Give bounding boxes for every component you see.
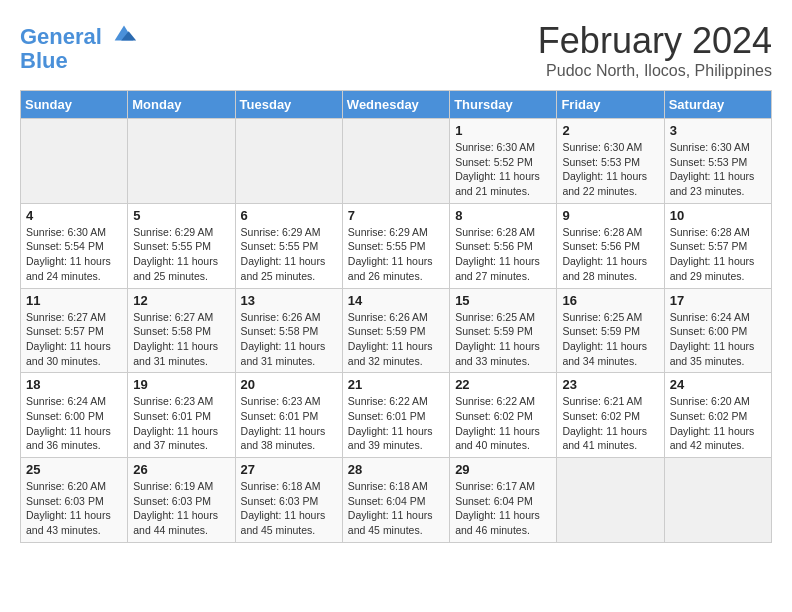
day-number: 14 <box>348 293 444 308</box>
day-number: 1 <box>455 123 551 138</box>
week-row-4: 18Sunrise: 6:24 AM Sunset: 6:00 PM Dayli… <box>21 373 772 458</box>
day-number: 24 <box>670 377 766 392</box>
day-detail: Sunrise: 6:28 AM Sunset: 5:57 PM Dayligh… <box>670 225 766 284</box>
day-detail: Sunrise: 6:30 AM Sunset: 5:52 PM Dayligh… <box>455 140 551 199</box>
weekday-saturday: Saturday <box>664 91 771 119</box>
calendar-cell: 17Sunrise: 6:24 AM Sunset: 6:00 PM Dayli… <box>664 288 771 373</box>
title-section: February 2024 Pudoc North, Ilocos, Phili… <box>538 20 772 80</box>
calendar-cell: 4Sunrise: 6:30 AM Sunset: 5:54 PM Daylig… <box>21 203 128 288</box>
calendar-cell: 15Sunrise: 6:25 AM Sunset: 5:59 PM Dayli… <box>450 288 557 373</box>
calendar-cell: 1Sunrise: 6:30 AM Sunset: 5:52 PM Daylig… <box>450 119 557 204</box>
day-number: 4 <box>26 208 122 223</box>
calendar-cell: 18Sunrise: 6:24 AM Sunset: 6:00 PM Dayli… <box>21 373 128 458</box>
month-title: February 2024 <box>538 20 772 62</box>
calendar-cell: 2Sunrise: 6:30 AM Sunset: 5:53 PM Daylig… <box>557 119 664 204</box>
day-detail: Sunrise: 6:23 AM Sunset: 6:01 PM Dayligh… <box>133 394 229 453</box>
weekday-sunday: Sunday <box>21 91 128 119</box>
calendar-cell: 24Sunrise: 6:20 AM Sunset: 6:02 PM Dayli… <box>664 373 771 458</box>
day-number: 27 <box>241 462 337 477</box>
calendar-cell <box>664 458 771 543</box>
day-number: 28 <box>348 462 444 477</box>
weekday-monday: Monday <box>128 91 235 119</box>
calendar-cell: 11Sunrise: 6:27 AM Sunset: 5:57 PM Dayli… <box>21 288 128 373</box>
logo: General Blue <box>20 25 138 73</box>
day-number: 20 <box>241 377 337 392</box>
day-detail: Sunrise: 6:29 AM Sunset: 5:55 PM Dayligh… <box>241 225 337 284</box>
day-number: 23 <box>562 377 658 392</box>
calendar-cell: 25Sunrise: 6:20 AM Sunset: 6:03 PM Dayli… <box>21 458 128 543</box>
day-detail: Sunrise: 6:24 AM Sunset: 6:00 PM Dayligh… <box>26 394 122 453</box>
day-detail: Sunrise: 6:20 AM Sunset: 6:03 PM Dayligh… <box>26 479 122 538</box>
day-detail: Sunrise: 6:25 AM Sunset: 5:59 PM Dayligh… <box>562 310 658 369</box>
weekday-thursday: Thursday <box>450 91 557 119</box>
calendar-cell: 28Sunrise: 6:18 AM Sunset: 6:04 PM Dayli… <box>342 458 449 543</box>
day-detail: Sunrise: 6:30 AM Sunset: 5:53 PM Dayligh… <box>562 140 658 199</box>
day-detail: Sunrise: 6:22 AM Sunset: 6:01 PM Dayligh… <box>348 394 444 453</box>
week-row-3: 11Sunrise: 6:27 AM Sunset: 5:57 PM Dayli… <box>21 288 772 373</box>
weekday-wednesday: Wednesday <box>342 91 449 119</box>
calendar-cell: 19Sunrise: 6:23 AM Sunset: 6:01 PM Dayli… <box>128 373 235 458</box>
day-number: 19 <box>133 377 229 392</box>
weekday-friday: Friday <box>557 91 664 119</box>
day-number: 17 <box>670 293 766 308</box>
calendar-cell: 3Sunrise: 6:30 AM Sunset: 5:53 PM Daylig… <box>664 119 771 204</box>
calendar-cell <box>342 119 449 204</box>
week-row-2: 4Sunrise: 6:30 AM Sunset: 5:54 PM Daylig… <box>21 203 772 288</box>
day-number: 13 <box>241 293 337 308</box>
calendar-cell: 8Sunrise: 6:28 AM Sunset: 5:56 PM Daylig… <box>450 203 557 288</box>
weekday-tuesday: Tuesday <box>235 91 342 119</box>
day-number: 16 <box>562 293 658 308</box>
day-number: 12 <box>133 293 229 308</box>
day-detail: Sunrise: 6:26 AM Sunset: 5:59 PM Dayligh… <box>348 310 444 369</box>
day-detail: Sunrise: 6:27 AM Sunset: 5:57 PM Dayligh… <box>26 310 122 369</box>
calendar-cell: 9Sunrise: 6:28 AM Sunset: 5:56 PM Daylig… <box>557 203 664 288</box>
day-number: 10 <box>670 208 766 223</box>
day-detail: Sunrise: 6:25 AM Sunset: 5:59 PM Dayligh… <box>455 310 551 369</box>
day-detail: Sunrise: 6:18 AM Sunset: 6:03 PM Dayligh… <box>241 479 337 538</box>
calendar-cell: 16Sunrise: 6:25 AM Sunset: 5:59 PM Dayli… <box>557 288 664 373</box>
calendar-cell <box>21 119 128 204</box>
day-number: 15 <box>455 293 551 308</box>
day-detail: Sunrise: 6:17 AM Sunset: 6:04 PM Dayligh… <box>455 479 551 538</box>
calendar-table: SundayMondayTuesdayWednesdayThursdayFrid… <box>20 90 772 543</box>
day-detail: Sunrise: 6:30 AM Sunset: 5:53 PM Dayligh… <box>670 140 766 199</box>
calendar-cell: 12Sunrise: 6:27 AM Sunset: 5:58 PM Dayli… <box>128 288 235 373</box>
calendar-cell: 7Sunrise: 6:29 AM Sunset: 5:55 PM Daylig… <box>342 203 449 288</box>
day-detail: Sunrise: 6:22 AM Sunset: 6:02 PM Dayligh… <box>455 394 551 453</box>
day-detail: Sunrise: 6:29 AM Sunset: 5:55 PM Dayligh… <box>133 225 229 284</box>
day-detail: Sunrise: 6:29 AM Sunset: 5:55 PM Dayligh… <box>348 225 444 284</box>
day-number: 22 <box>455 377 551 392</box>
calendar-cell <box>128 119 235 204</box>
day-detail: Sunrise: 6:28 AM Sunset: 5:56 PM Dayligh… <box>562 225 658 284</box>
day-number: 2 <box>562 123 658 138</box>
week-row-5: 25Sunrise: 6:20 AM Sunset: 6:03 PM Dayli… <box>21 458 772 543</box>
day-detail: Sunrise: 6:23 AM Sunset: 6:01 PM Dayligh… <box>241 394 337 453</box>
day-number: 5 <box>133 208 229 223</box>
day-detail: Sunrise: 6:24 AM Sunset: 6:00 PM Dayligh… <box>670 310 766 369</box>
day-number: 21 <box>348 377 444 392</box>
day-number: 3 <box>670 123 766 138</box>
weekday-header-row: SundayMondayTuesdayWednesdayThursdayFrid… <box>21 91 772 119</box>
day-detail: Sunrise: 6:26 AM Sunset: 5:58 PM Dayligh… <box>241 310 337 369</box>
calendar-cell: 21Sunrise: 6:22 AM Sunset: 6:01 PM Dayli… <box>342 373 449 458</box>
calendar-cell: 23Sunrise: 6:21 AM Sunset: 6:02 PM Dayli… <box>557 373 664 458</box>
day-number: 29 <box>455 462 551 477</box>
day-detail: Sunrise: 6:19 AM Sunset: 6:03 PM Dayligh… <box>133 479 229 538</box>
day-detail: Sunrise: 6:30 AM Sunset: 5:54 PM Dayligh… <box>26 225 122 284</box>
page-header: General Blue February 2024 Pudoc North, … <box>20 20 772 80</box>
day-number: 25 <box>26 462 122 477</box>
day-detail: Sunrise: 6:21 AM Sunset: 6:02 PM Dayligh… <box>562 394 658 453</box>
calendar-cell: 27Sunrise: 6:18 AM Sunset: 6:03 PM Dayli… <box>235 458 342 543</box>
day-detail: Sunrise: 6:18 AM Sunset: 6:04 PM Dayligh… <box>348 479 444 538</box>
calendar-cell: 20Sunrise: 6:23 AM Sunset: 6:01 PM Dayli… <box>235 373 342 458</box>
day-number: 18 <box>26 377 122 392</box>
logo-line2: Blue <box>20 49 138 73</box>
calendar-body: 1Sunrise: 6:30 AM Sunset: 5:52 PM Daylig… <box>21 119 772 543</box>
calendar-cell <box>557 458 664 543</box>
calendar-cell: 6Sunrise: 6:29 AM Sunset: 5:55 PM Daylig… <box>235 203 342 288</box>
calendar-cell: 14Sunrise: 6:26 AM Sunset: 5:59 PM Dayli… <box>342 288 449 373</box>
day-detail: Sunrise: 6:28 AM Sunset: 5:56 PM Dayligh… <box>455 225 551 284</box>
calendar-cell: 22Sunrise: 6:22 AM Sunset: 6:02 PM Dayli… <box>450 373 557 458</box>
day-detail: Sunrise: 6:20 AM Sunset: 6:02 PM Dayligh… <box>670 394 766 453</box>
calendar-cell: 5Sunrise: 6:29 AM Sunset: 5:55 PM Daylig… <box>128 203 235 288</box>
